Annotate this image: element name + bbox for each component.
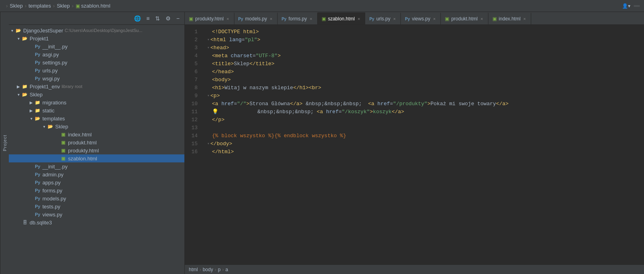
token-bracket: </ [290, 100, 296, 108]
tree-arrow-templates[interactable]: ▾ [28, 116, 34, 121]
tab-produkty-html-tab[interactable]: ▣produkty.html× [185, 12, 234, 24]
sidebar-item-asgi-py[interactable]: Pyasgi.py [9, 50, 184, 58]
tab-close-models-py-tab[interactable]: × [269, 16, 273, 21]
token-bracket: > [231, 148, 234, 156]
sidebar-icon-minus[interactable]: − [175, 14, 181, 22]
tab-produkt-html-tab[interactable]: ▣produkt.html× [441, 12, 488, 24]
token-text: = [390, 100, 393, 108]
sidebar-icon-gear[interactable]: ⚙ [164, 14, 172, 22]
sidebar-item-index-html[interactable]: ▣index.html [9, 130, 184, 138]
sidebar-item-projekt1[interactable]: ▾📂Projekt1 [9, 34, 184, 42]
token-attr: lang [226, 36, 242, 44]
tree-path-djangojestsuper: C:\Users\Asus\Desktop\DjangoJestSu... [65, 28, 142, 33]
token-tag: a [320, 108, 323, 116]
sidebar-icon-sort[interactable]: ⇅ [154, 14, 162, 22]
code-editor[interactable]: 12345678910111213141516 <!DOCTYPE html>▾… [185, 25, 644, 264]
tab-close-forms-py-tab[interactable]: × [309, 16, 313, 21]
sidebar-item-szablon-html[interactable]: ▣szablon.html [9, 154, 184, 162]
tab-urls-py-tab[interactable]: Pyurls.py× [365, 12, 401, 24]
sidebar-item-db-sqlite3[interactable]: 🗄db.sqlite3 [9, 218, 184, 226]
tab-szablon-html-tab[interactable]: ▣szablon.html× [318, 12, 366, 24]
sidebar-item-djangojestsuper[interactable]: ▾📂DjangoJestSuper C:\Users\Asus\Desktop\… [9, 26, 184, 34]
sidebar-item-wsgi-py[interactable]: Pywsgi.py [9, 74, 184, 82]
tree-icon-python: Py [34, 51, 41, 58]
token-text: &nbsp;&nbsp;&nbsp; [220, 108, 317, 116]
bulb-icon-11[interactable]: 💡 [212, 108, 218, 116]
token-bracket: < [210, 92, 214, 100]
sidebar-item-settings-py[interactable]: Pysettings.py [9, 58, 184, 66]
sidebar-item-templates[interactable]: ▾📂templates [9, 114, 184, 122]
tree-arrow-projekt1[interactable]: ▾ [15, 36, 22, 41]
sidebar-item-produkty-html[interactable]: ▣produkty.html [9, 146, 184, 154]
tree-arrow-sklep[interactable]: ▾ [15, 92, 22, 97]
breadcrumb-bottom-a[interactable]: a [225, 267, 228, 272]
line-number-16: 16 [185, 148, 198, 156]
token-tag: br [312, 84, 318, 92]
breadcrumb-bottom-p[interactable]: p [218, 267, 221, 272]
sidebar-icon-list[interactable]: ≡ [145, 14, 151, 22]
breadcrumb-sklep[interactable]: Sklep [10, 3, 23, 9]
sidebar-item-forms-py[interactable]: Pyforms.py [9, 186, 184, 194]
fold-icon-9[interactable]: ▾ [207, 92, 210, 100]
tab-models-py-tab[interactable]: Pymodels.py× [234, 12, 278, 24]
token-tag: title [215, 60, 231, 68]
sidebar-item-migrations[interactable]: ▶📁migrations [9, 98, 184, 106]
sidebar-item-produkt-html[interactable]: ▣produkt.html [9, 138, 184, 146]
user-icon[interactable]: 👤▾ [622, 3, 630, 9]
code-line-2: ▾<html lang="pl"> [207, 36, 644, 44]
token-bracket: > [231, 68, 234, 76]
tab-close-views-py-tab[interactable]: × [432, 16, 436, 21]
breadcrumb-file[interactable]: ▣ szablon.html [76, 3, 110, 9]
sidebar-item-sklep[interactable]: ▾📂Sklep [9, 90, 184, 98]
token-bracket: < [210, 44, 214, 52]
tab-views-py-tab[interactable]: Pyviews.py× [401, 12, 441, 24]
tab-close-index-html-tab[interactable]: × [522, 16, 526, 21]
tree-icon-folder: 📂 [47, 123, 54, 130]
project-side-panel[interactable]: Project [0, 12, 9, 274]
tree-icon-python: Py [34, 187, 41, 194]
breadcrumb-bottom-body[interactable]: body [203, 267, 213, 272]
tree-icon-python: Py [34, 163, 41, 170]
tree-arrow-sklep-templates[interactable]: ▾ [41, 124, 47, 129]
breadcrumb-sklep2[interactable]: Sklep [57, 3, 70, 9]
tab-close-produkty-html-tab[interactable]: × [226, 16, 230, 21]
sidebar-item-models-py[interactable]: Pymodels.py [9, 194, 184, 202]
tree-label-db-sqlite3: db.sqlite3 [30, 220, 52, 226]
sidebar-item-views-py[interactable]: Pyviews.py [9, 210, 184, 218]
fold-icon-2[interactable]: ▾ [207, 36, 210, 44]
tree-arrow-static[interactable]: ▶ [28, 108, 34, 113]
sidebar-item-sklep-templates[interactable]: ▾📂Sklep [9, 122, 184, 130]
sidebar-item-urls-py[interactable]: Pyurls.py [9, 66, 184, 74]
breadcrumb-templates[interactable]: templates [28, 3, 51, 9]
tab-close-szablon-html-tab[interactable]: × [357, 16, 361, 21]
code-line-14: {% block wszystko %}{% endblock wszystko… [207, 132, 644, 140]
tab-close-produkt-html-tab[interactable]: × [480, 16, 484, 21]
tab-icon-urls-py-tab: Py [369, 17, 374, 21]
code-content: 12345678910111213141516 <!DOCTYPE html>▾… [185, 25, 644, 264]
sidebar-item-apps-py[interactable]: Pyapps.py [9, 178, 184, 186]
sidebar-item-admin-py[interactable]: Pyadmin.py [9, 170, 184, 178]
tab-close-urls-py-tab[interactable]: × [392, 16, 396, 21]
current-button[interactable] [634, 5, 640, 7]
tab-forms-py-tab[interactable]: Pyforms.py× [278, 12, 318, 24]
tree-arrow-projekt1-env[interactable]: ▶ [15, 84, 22, 89]
sidebar-icon-globe[interactable]: 🌐 [132, 14, 142, 22]
fold-icon-3[interactable]: ▾ [207, 44, 210, 52]
sidebar-item-init-py-2[interactable]: Py__init__.py [9, 162, 184, 170]
tree-arrow-migrations[interactable]: ▶ [28, 100, 34, 105]
code-line-7: <body> [207, 76, 644, 84]
token-tag: h1 [215, 84, 222, 92]
sidebar-item-projekt1-env[interactable]: ▶📁Projekt1_env library root [9, 82, 184, 90]
sidebar-item-init-py[interactable]: Py__init__.py [9, 42, 184, 50]
sidebar-item-static[interactable]: ▶📁static [9, 106, 184, 114]
fold-icon-15[interactable]: ▾ [207, 140, 210, 148]
tree-arrow-djangojestsuper[interactable]: ▾ [9, 28, 15, 33]
breadcrumb-bottom-html[interactable]: html [189, 267, 198, 272]
tab-index-html-tab[interactable]: ▣index.html× [488, 12, 531, 24]
sidebar-item-tests-py[interactable]: Pytests.py [9, 202, 184, 210]
token-bracket: > [427, 100, 430, 108]
code-line-5: <title>Sklep</title> [207, 60, 644, 68]
token-bracket: > [226, 44, 229, 52]
token-attr: href [374, 100, 390, 108]
token-text: Sklep [234, 60, 250, 68]
